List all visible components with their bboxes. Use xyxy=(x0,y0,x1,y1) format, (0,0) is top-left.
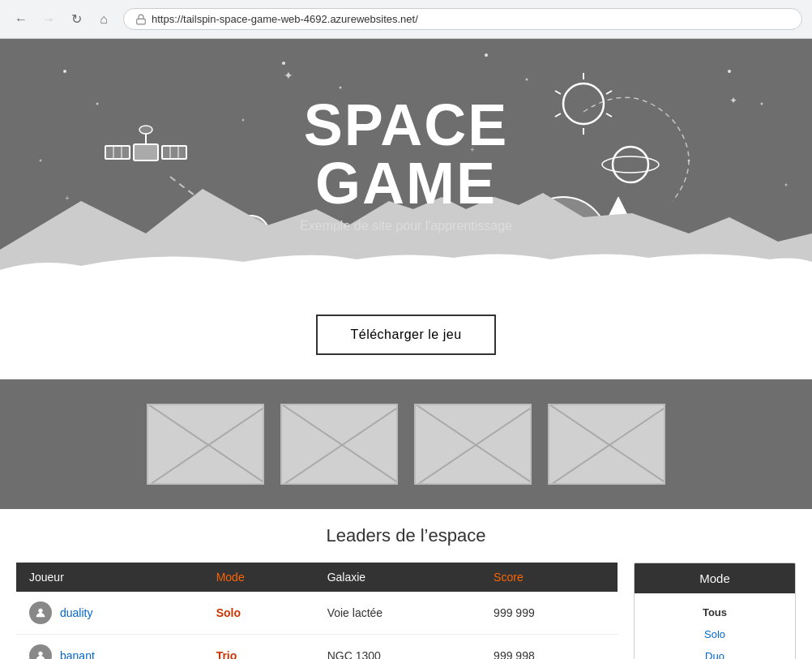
forward-button[interactable]: → xyxy=(37,8,60,31)
player-cell: duality xyxy=(16,592,203,635)
leaderboard-table-wrap: Joueur Mode Galaxie Score duality SoloVo… xyxy=(16,563,618,659)
svg-point-2 xyxy=(96,103,99,105)
galaxy-cell: Voie lactée xyxy=(314,592,481,635)
mode-value: Solo xyxy=(216,606,241,619)
cta-section: Télécharger le jeu xyxy=(0,290,812,379)
svg-rect-18 xyxy=(105,146,130,159)
col-player: Joueur xyxy=(16,563,203,592)
svg-line-42 xyxy=(555,91,561,94)
table-header-row: Joueur Mode Galaxie Score xyxy=(16,563,618,592)
nav-buttons: ← → ↻ ⌂ xyxy=(10,8,115,31)
mode-filter-header: Mode xyxy=(635,563,795,593)
svg-point-7 xyxy=(728,70,731,73)
url-text: https://tailspin-space-game-web-4692.azu… xyxy=(152,13,418,25)
svg-point-5 xyxy=(485,53,488,57)
svg-point-3 xyxy=(282,62,285,65)
screenshots-section xyxy=(0,379,812,509)
svg-text:+: + xyxy=(65,194,70,203)
svg-point-25 xyxy=(139,126,152,134)
galaxy-cell: NGC 1300 xyxy=(314,635,481,660)
svg-point-44 xyxy=(602,156,659,173)
svg-point-43 xyxy=(613,147,648,182)
screenshot-1 xyxy=(147,404,264,485)
leaderboard-layout: Joueur Mode Galaxie Score duality SoloVo… xyxy=(16,563,796,659)
score-cell: 999 999 xyxy=(481,592,618,635)
svg-line-41 xyxy=(555,113,561,117)
hero-title: SPACE GAME Exemple de site pour l'appren… xyxy=(300,96,512,233)
screenshot-3 xyxy=(414,404,532,485)
player-link[interactable]: duality xyxy=(60,606,92,619)
svg-point-1 xyxy=(63,70,66,73)
filter-option[interactable]: Tous xyxy=(635,601,795,623)
svg-line-38 xyxy=(606,91,612,94)
table-row: banant TrioNGC 1300999 998 xyxy=(16,635,618,660)
svg-point-8 xyxy=(761,103,763,105)
svg-point-36 xyxy=(563,83,604,124)
svg-text:✦: ✦ xyxy=(729,95,737,106)
refresh-button[interactable]: ↻ xyxy=(65,8,88,31)
mode-value: Trio xyxy=(216,649,237,659)
filter-panel: Mode TousSoloDuoTrio Galaxie xyxy=(634,563,796,659)
svg-point-58 xyxy=(38,609,42,613)
leaderboard-table: Joueur Mode Galaxie Score duality SoloVo… xyxy=(16,563,618,659)
svg-point-59 xyxy=(38,652,42,656)
browser-chrome: ← → ↻ ⌂ https://tailspin-space-game-web-… xyxy=(0,0,812,39)
leaderboard-section: Leaders de l’espace Joueur Mode Galaxie … xyxy=(0,509,812,659)
mode-cell: Trio xyxy=(203,635,314,660)
svg-point-12 xyxy=(785,184,788,186)
player-cell: banant xyxy=(16,635,203,660)
lock-icon xyxy=(135,14,147,25)
svg-text:✦: ✦ xyxy=(284,69,293,82)
hero-section: ✦ ✦ + + xyxy=(0,39,812,290)
svg-point-4 xyxy=(340,87,342,89)
avatar xyxy=(29,601,52,624)
table-row: duality SoloVoie lactée999 999 xyxy=(16,592,618,635)
col-galaxy: Galaxie xyxy=(314,563,481,592)
mode-filter-card: Mode TousSoloDuoTrio xyxy=(634,563,796,659)
svg-line-39 xyxy=(606,113,612,117)
hero-subtitle: Exemple de site pour l'apprentissage xyxy=(300,219,512,233)
address-bar[interactable]: https://tailspin-space-game-web-4692.azu… xyxy=(123,8,802,30)
mode-filter-options: TousSoloDuoTrio xyxy=(635,593,795,659)
col-score: Score xyxy=(481,563,618,592)
screenshot-2 xyxy=(280,404,398,485)
svg-rect-19 xyxy=(162,146,186,159)
player-link[interactable]: banant xyxy=(60,649,95,659)
hero-title-line1: SPACE xyxy=(300,96,512,154)
hero-title-line2: GAME xyxy=(300,154,512,212)
leaderboard-title: Leaders de l’espace xyxy=(16,525,796,546)
svg-point-9 xyxy=(40,160,42,162)
home-button[interactable]: ⌂ xyxy=(92,8,115,31)
filter-option[interactable]: Duo xyxy=(635,645,795,659)
download-button[interactable]: Télécharger le jeu xyxy=(316,315,495,355)
mode-cell: Solo xyxy=(203,592,314,635)
svg-point-6 xyxy=(526,79,528,81)
score-cell: 999 998 xyxy=(481,635,618,660)
col-mode: Mode xyxy=(203,563,314,592)
avatar xyxy=(29,644,52,659)
screenshot-4 xyxy=(548,404,665,485)
filter-option[interactable]: Solo xyxy=(635,623,795,645)
svg-point-10 xyxy=(242,119,245,122)
svg-rect-17 xyxy=(134,144,158,160)
back-button[interactable]: ← xyxy=(10,8,32,31)
svg-rect-0 xyxy=(137,19,146,24)
